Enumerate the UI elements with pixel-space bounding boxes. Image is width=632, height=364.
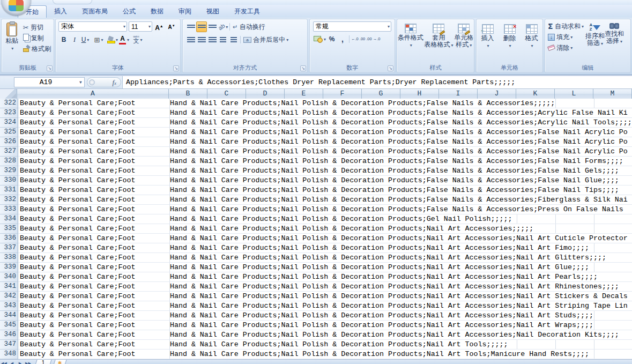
- grow-font-button[interactable]: A▲: [154, 21, 165, 32]
- border-button[interactable]: ⊞▾: [93, 34, 104, 45]
- cell-B346[interactable]: Hand & Nail Care Products;Nail Polish & …: [170, 330, 632, 340]
- align-right-button[interactable]: [207, 34, 218, 45]
- copy-button[interactable]: 复制: [21, 33, 53, 43]
- cell-A330[interactable]: Beauty & Personal Care;Foot: [18, 176, 170, 185]
- sheet-tab[interactable]: 1: [34, 360, 51, 364]
- cell-A322[interactable]: Beauty & Personal Care;Foot: [18, 99, 170, 108]
- font-dialog-launcher[interactable]: ↘: [173, 65, 179, 71]
- row-header-326[interactable]: 326: [0, 137, 18, 147]
- format-cells-button[interactable]: 格式▾: [525, 22, 538, 64]
- column-header-I[interactable]: I: [439, 89, 478, 99]
- cell-B340[interactable]: Hand & Nail Care Products;Nail Polish & …: [170, 272, 632, 282]
- row-header-324[interactable]: 324: [0, 118, 18, 128]
- conditional-formatting-button[interactable]: 条件格式▾: [398, 21, 423, 64]
- column-header-C[interactable]: C: [207, 89, 246, 99]
- column-header-E[interactable]: E: [285, 89, 323, 99]
- align-left-button[interactable]: [185, 34, 196, 45]
- cell-A333[interactable]: Beauty & Personal Care;Foot: [18, 205, 170, 214]
- percent-style-button[interactable]: %: [326, 34, 337, 44]
- row-header-325[interactable]: 325: [0, 128, 18, 137]
- increase-decimal-button[interactable]: ←.0 .00: [351, 34, 366, 44]
- wrap-text-button[interactable]: ↵ 自动换行: [231, 21, 267, 32]
- cell-A326[interactable]: Beauty & Personal Care;Foot: [18, 137, 170, 147]
- column-header-J[interactable]: J: [478, 89, 516, 99]
- cell-A343[interactable]: Beauty & Personal Care;Foot: [18, 301, 170, 311]
- column-header-A[interactable]: A: [17, 89, 169, 99]
- cell-A336[interactable]: Beauty & Personal Care;Foot: [18, 234, 170, 243]
- sort-filter-button[interactable]: AZ 排序和筛选▾: [585, 21, 605, 64]
- cell-B339[interactable]: Hand & Nail Care Products;Nail Polish & …: [170, 263, 632, 272]
- phonetic-guide-button[interactable]: wén文▾: [132, 34, 143, 45]
- cell-A341[interactable]: Beauty & Personal Care;Foot: [18, 282, 170, 292]
- cell-A334[interactable]: Beauty & Personal Care;Foot: [18, 214, 170, 224]
- column-header-M[interactable]: M: [593, 89, 632, 99]
- font-color-button[interactable]: A▾: [118, 34, 130, 45]
- row-header-337[interactable]: 337: [0, 243, 18, 253]
- cell-B326[interactable]: Hand & Nail Care Products;Nail Polish & …: [170, 137, 632, 147]
- ribbon-tab-插入[interactable]: 插入: [47, 5, 75, 18]
- fill-color-button[interactable]: ▾: [107, 34, 118, 45]
- cell-B333[interactable]: Hand & Nail Care Products;Nail Polish & …: [170, 205, 632, 214]
- cell-A335[interactable]: Beauty & Personal Care;Foot: [18, 224, 170, 234]
- row-header-347[interactable]: 347: [0, 340, 18, 350]
- cell-B334[interactable]: Hand & Nail Care Products;Nail Polish & …: [170, 214, 632, 224]
- decrease-indent-button[interactable]: [218, 34, 228, 45]
- cell-B348[interactable]: Hand & Nail Care Products;Nail Polish & …: [170, 350, 632, 359]
- ribbon-tab-数据[interactable]: 数据: [143, 5, 171, 18]
- row-header-335[interactable]: 335: [0, 224, 18, 234]
- cell-B331[interactable]: Hand & Nail Care Products;Nail Polish & …: [170, 185, 632, 195]
- cell-A337[interactable]: Beauty & Personal Care;Foot: [18, 243, 170, 253]
- cell-A342[interactable]: Beauty & Personal Care;Foot: [18, 292, 170, 301]
- cell-B347[interactable]: Hand & Nail Care Products;Nail Polish & …: [170, 340, 632, 350]
- cell-styles-button[interactable]: 单元格样式▾: [454, 21, 473, 64]
- clear-button[interactable]: 清除▾: [546, 42, 585, 53]
- row-header-330[interactable]: 330: [0, 176, 18, 185]
- row-header-348[interactable]: 348: [0, 350, 18, 359]
- merge-center-button[interactable]: a 合并后居中▾: [242, 34, 290, 45]
- sheet-nav-prev-button[interactable]: ◀: [8, 360, 16, 364]
- font-name-combo[interactable]: 宋体▾: [58, 21, 127, 32]
- orientation-button[interactable]: ab▾: [218, 21, 228, 32]
- column-header-D[interactable]: D: [246, 89, 285, 99]
- cell-B341[interactable]: Hand & Nail Care Products;Nail Polish & …: [170, 282, 632, 292]
- cell-A340[interactable]: Beauty & Personal Care;Foot: [18, 272, 170, 282]
- alignment-dialog-launcher[interactable]: ↘: [300, 65, 306, 71]
- format-painter-button[interactable]: 格式刷: [21, 43, 53, 54]
- font-size-combo[interactable]: 11▾: [129, 21, 152, 32]
- cell-A328[interactable]: Beauty & Personal Care;Foot: [18, 157, 170, 166]
- ribbon-tab-公式[interactable]: 公式: [115, 5, 143, 18]
- row-header-333[interactable]: 333: [0, 205, 18, 214]
- cell-A323[interactable]: Beauty & Personal Care;Foot: [18, 108, 170, 118]
- cell-B329[interactable]: Hand & Nail Care Products;Nail Polish & …: [170, 166, 632, 176]
- cell-B345[interactable]: Hand & Nail Care Products;Nail Polish & …: [170, 321, 632, 330]
- column-header-G[interactable]: G: [362, 89, 400, 99]
- cell-B325[interactable]: Hand & Nail Care Products;Nail Polish & …: [170, 128, 632, 137]
- cell-A348[interactable]: Beauty & Personal Care;Foot: [18, 350, 170, 359]
- name-box-dropdown-arrow[interactable]: ▼: [77, 80, 84, 85]
- row-header-327[interactable]: 327: [0, 147, 18, 157]
- comma-style-button[interactable]: ,: [337, 34, 348, 44]
- column-header-H[interactable]: H: [400, 89, 439, 99]
- cell-B330[interactable]: Hand & Nail Care Products;Nail Polish & …: [170, 176, 632, 185]
- row-header-336[interactable]: 336: [0, 234, 18, 243]
- ribbon-tab-开发工具[interactable]: 开发工具: [227, 5, 267, 18]
- cell-A338[interactable]: Beauty & Personal Care;Foot: [18, 253, 170, 263]
- cell-B343[interactable]: Hand & Nail Care Products;Nail Polish & …: [170, 301, 632, 311]
- align-bottom-button[interactable]: [207, 21, 218, 32]
- cell-A347[interactable]: Beauty & Personal Care;Foot: [18, 340, 170, 350]
- cell-A325[interactable]: Beauty & Personal Care;Foot: [18, 128, 170, 137]
- ribbon-tab-视图[interactable]: 视图: [199, 5, 227, 18]
- align-center-button[interactable]: [196, 34, 207, 45]
- select-all-corner[interactable]: [0, 89, 17, 99]
- row-header-345[interactable]: 345: [0, 321, 18, 330]
- ribbon-tab-页面布局[interactable]: 页面布局: [75, 5, 115, 18]
- row-header-331[interactable]: 331: [0, 185, 18, 195]
- row-header-329[interactable]: 329: [0, 166, 18, 176]
- row-header-341[interactable]: 341: [0, 282, 18, 292]
- clipboard-dialog-launcher[interactable]: ↘: [47, 65, 53, 71]
- align-middle-button[interactable]: [196, 21, 207, 32]
- row-header-339[interactable]: 339: [0, 263, 18, 272]
- ribbon-tab-审阅[interactable]: 审阅: [171, 5, 199, 18]
- cell-B338[interactable]: Hand & Nail Care Products;Nail Polish & …: [170, 253, 632, 263]
- cell-B324[interactable]: Hand & Nail Care Products;Nail Polish & …: [170, 118, 632, 128]
